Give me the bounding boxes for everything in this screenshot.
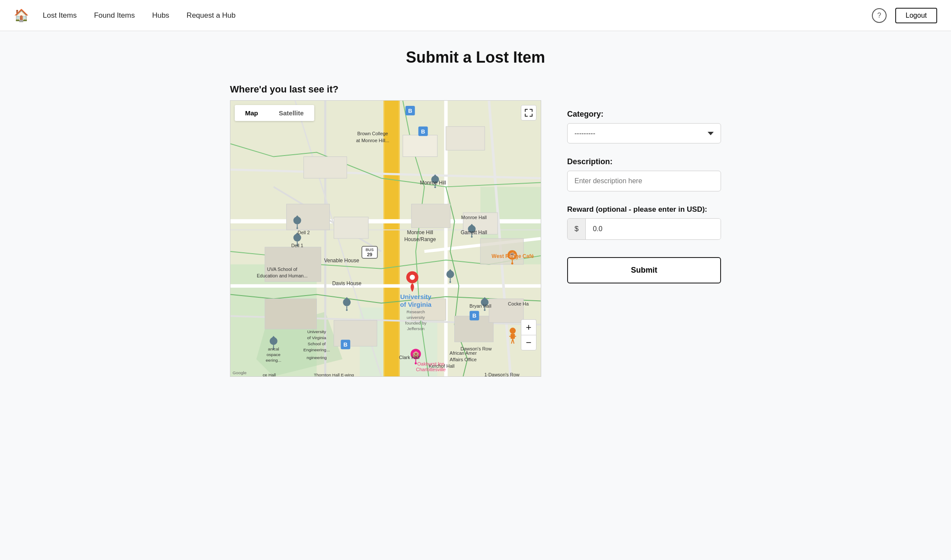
zoom-in-button[interactable]: + [521, 319, 536, 335]
fullscreen-button[interactable] [521, 105, 536, 121]
navbar: 🏠 Lost Items Found Items Hubs Request a … [0, 0, 951, 31]
svg-text:Monroe Hill: Monroe Hill [420, 180, 446, 186]
map-tab-satellite[interactable]: Satellite [268, 105, 314, 121]
svg-text:Charlottesville: Charlottesville [416, 367, 446, 372]
svg-text:B: B [421, 128, 425, 135]
svg-point-85 [410, 275, 415, 280]
svg-text:Clark Hall: Clark Hall [399, 355, 419, 360]
map-container[interactable]: Map Satellite + − [230, 100, 541, 377]
reward-label: Reward (optional - please enter in USD): [567, 205, 721, 214]
svg-text:Davis House: Davis House [332, 280, 361, 286]
svg-text:B: B [408, 108, 412, 114]
svg-text:B: B [472, 312, 476, 319]
svg-point-78 [511, 262, 514, 264]
svg-text:Brown College: Brown College [357, 131, 388, 136]
svg-rect-21 [412, 204, 450, 228]
svg-text:1·Dawson's Row: 1·Dawson's Row [485, 372, 520, 376]
logout-button[interactable]: Logout [895, 8, 937, 23]
svg-text:Monroe Hall: Monroe Hall [461, 215, 487, 220]
map-tab-bar: Map Satellite [235, 105, 314, 121]
svg-point-62 [484, 309, 485, 311]
map-section: Where'd you last see it? Map Satellite +… [230, 84, 541, 377]
svg-text:Oakhurst Inn: Oakhurst Inn [417, 361, 444, 366]
svg-text:Research: Research [406, 309, 425, 314]
svg-rect-27 [265, 299, 317, 329]
svg-text:ce Hall: ce Hall [263, 372, 276, 376]
svg-text:House/Range: House/Range [404, 236, 436, 242]
nav-links: Lost Items Found Items Hubs Request a Hu… [43, 11, 872, 20]
svg-text:University: University [307, 329, 326, 334]
category-select[interactable]: --------- Electronics Clothing Jewelry K… [567, 123, 721, 143]
description-field-group: Description: [567, 157, 721, 191]
svg-rect-26 [304, 157, 347, 178]
svg-rect-28 [334, 320, 377, 346]
svg-point-89 [415, 363, 417, 365]
svg-text:Google: Google [233, 370, 247, 375]
svg-text:Garrett Hall: Garrett Hall [461, 229, 487, 235]
svg-text:founded by: founded by [405, 321, 426, 325]
form-section: Category: --------- Electronics Clothing… [567, 84, 721, 283]
main-content: Submit a Lost Item Where'd you last see … [216, 31, 735, 394]
svg-text:at Monroe Hill...: at Monroe Hill... [356, 138, 389, 143]
svg-text:ngineering: ngineering [306, 355, 327, 360]
category-label: Category: [567, 110, 721, 119]
svg-text:Dawson's Row: Dawson's Row [460, 346, 491, 351]
svg-text:Thornton Hall E-wing: Thornton Hall E-wing [314, 372, 354, 376]
page-title: Submit a Lost Item [230, 48, 721, 67]
map-label: Where'd you last see it? [230, 84, 541, 95]
svg-rect-25 [446, 127, 485, 150]
nav-right: ? Logout [872, 8, 937, 23]
zoom-controls: + − [521, 319, 536, 350]
svg-point-58 [471, 236, 472, 238]
svg-text:BUS: BUS [366, 248, 374, 252]
svg-text:University: University [400, 293, 432, 300]
svg-text:Dell 1: Dell 1 [291, 243, 303, 248]
map-tab-map[interactable]: Map [235, 105, 268, 121]
reward-field-group: Reward (optional - please enter in USD):… [567, 205, 721, 240]
svg-rect-18 [287, 204, 330, 230]
zoom-out-button[interactable]: − [521, 335, 536, 350]
svg-text:Dell 2: Dell 2 [298, 230, 310, 235]
svg-point-54 [434, 186, 436, 188]
category-field-group: Category: --------- Electronics Clothing… [567, 110, 721, 143]
svg-text:of Virginia: of Virginia [400, 301, 431, 308]
svg-rect-19 [334, 217, 368, 239]
svg-text:university: university [407, 315, 425, 320]
svg-text:Venable House: Venable House [324, 258, 359, 264]
svg-text:B: B [344, 341, 348, 348]
svg-text:UVA School of: UVA School of [267, 267, 298, 272]
svg-text:Affairs Office: Affairs Office [450, 357, 476, 362]
svg-text:School of: School of [308, 341, 326, 346]
svg-text:eering...: eering... [266, 358, 281, 363]
request-hub-link[interactable]: Request a Hub [187, 11, 236, 20]
svg-point-79 [510, 328, 516, 334]
svg-text:29: 29 [367, 252, 372, 257]
submit-button[interactable]: Submit [567, 257, 721, 283]
description-input[interactable] [567, 171, 721, 191]
form-layout: Where'd you last see it? Map Satellite +… [230, 84, 721, 377]
found-items-link[interactable]: Found Items [94, 11, 135, 20]
svg-text:Cocke Ha: Cocke Ha [508, 301, 529, 306]
reward-input[interactable] [586, 219, 721, 239]
lost-items-link[interactable]: Lost Items [43, 11, 77, 20]
svg-point-46 [297, 227, 298, 229]
svg-rect-24 [403, 135, 437, 157]
svg-text:Jefferson: Jefferson [407, 326, 424, 331]
reward-prefix: $ [568, 219, 586, 239]
svg-text:Engineering...: Engineering... [303, 347, 330, 352]
svg-text:Monroe Hill: Monroe Hill [407, 229, 433, 235]
home-icon[interactable]: 🏠 [14, 8, 29, 22]
svg-text:Bryan Hall: Bryan Hall [469, 303, 491, 309]
svg-text:Education and Human...: Education and Human... [257, 273, 308, 278]
svg-text:of Virginia: of Virginia [307, 335, 326, 340]
svg-point-66 [346, 309, 348, 311]
svg-point-70 [450, 281, 451, 283]
svg-text:anical: anical [268, 347, 279, 351]
hubs-link[interactable]: Hubs [152, 11, 169, 20]
help-icon[interactable]: ? [872, 8, 887, 23]
svg-text:West Range Café: West Range Café [491, 253, 534, 259]
reward-input-wrap: $ [567, 218, 721, 240]
svg-rect-23 [480, 239, 523, 264]
description-label: Description: [567, 157, 721, 166]
svg-text:ospace: ospace [267, 352, 281, 357]
